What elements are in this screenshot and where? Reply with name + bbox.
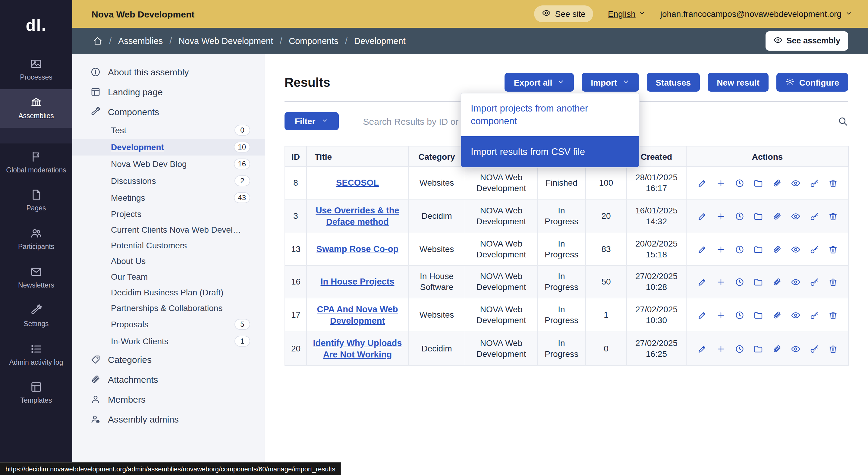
- edit-icon[interactable]: [697, 178, 707, 188]
- sidebar-item-assembly-admins[interactable]: Assembly admins: [72, 409, 265, 429]
- delete-icon[interactable]: [828, 178, 838, 188]
- preview-icon[interactable]: [790, 310, 800, 320]
- delete-icon[interactable]: [828, 245, 838, 254]
- permissions-icon[interactable]: [809, 277, 819, 287]
- nav-participants[interactable]: Participants: [0, 220, 72, 259]
- sidebar-item-nova-web-dev-blog[interactable]: Nova Web Dev Blog16: [72, 156, 265, 172]
- sidebar-item-in-work-clients[interactable]: In-Work Clients1: [72, 333, 265, 350]
- column-header-category[interactable]: Category: [408, 146, 465, 167]
- menu-item-import-projects-from-component[interactable]: Import projects from another component: [461, 93, 639, 136]
- new-result-button[interactable]: New result: [708, 73, 769, 92]
- delete-icon[interactable]: [828, 277, 838, 287]
- user-menu[interactable]: johan.francocampos@novawebdevelopment.or…: [660, 9, 852, 19]
- statuses-button[interactable]: Statuses: [647, 73, 700, 92]
- edit-icon[interactable]: [697, 211, 707, 221]
- add-icon[interactable]: [716, 310, 725, 320]
- sidebar-item-partnerships-collaborations[interactable]: Partnerships & Collaborations: [72, 300, 265, 316]
- sidebar-item-projects[interactable]: Projects: [72, 206, 265, 222]
- sidebar-item-our-team[interactable]: Our Team: [72, 269, 265, 285]
- breadcrumb-item-nova-web-development[interactable]: Nova Web Development: [179, 36, 273, 45]
- time-icon[interactable]: [735, 344, 744, 353]
- time-icon[interactable]: [735, 277, 744, 287]
- import-button[interactable]: Import: [582, 73, 639, 92]
- sidebar-item-about-this-assembly[interactable]: About this assembly: [72, 62, 265, 82]
- sidebar-item-landing-page[interactable]: Landing page: [72, 82, 265, 102]
- edit-icon[interactable]: [697, 245, 707, 254]
- configure-button[interactable]: Configure: [776, 73, 848, 92]
- sidebar-item-discussions[interactable]: Discussions2: [72, 172, 265, 189]
- permissions-icon[interactable]: [809, 344, 819, 353]
- breadcrumb-item-components[interactable]: Components: [289, 36, 338, 45]
- result-title-link[interactable]: CPA And Nova Web Development: [317, 305, 398, 325]
- preview-icon[interactable]: [790, 245, 800, 254]
- column-header-id[interactable]: ID: [285, 146, 307, 167]
- folder-icon[interactable]: [753, 344, 763, 353]
- result-title-link[interactable]: Use Overrides & the Deface method: [315, 205, 399, 226]
- sidebar-item-proposals[interactable]: Proposals5: [72, 316, 265, 333]
- result-title-link[interactable]: SECOSOL: [336, 178, 379, 188]
- add-icon[interactable]: [716, 245, 725, 254]
- time-icon[interactable]: [735, 211, 744, 221]
- add-icon[interactable]: [716, 344, 725, 353]
- attachment-icon[interactable]: [772, 178, 781, 188]
- folder-icon[interactable]: [753, 277, 763, 287]
- preview-icon[interactable]: [790, 178, 800, 188]
- attachment-icon[interactable]: [772, 344, 781, 353]
- result-title-link[interactable]: Swamp Rose Co-op: [316, 245, 398, 254]
- sidebar-item-test[interactable]: Test0: [72, 122, 265, 139]
- see-site-link[interactable]: See site: [534, 5, 593, 22]
- language-selector[interactable]: English: [608, 9, 646, 19]
- breadcrumb-item-assemblies[interactable]: Assemblies: [118, 36, 163, 45]
- home-icon[interactable]: [93, 36, 102, 45]
- sidebar-item-attachments[interactable]: Attachments: [72, 370, 265, 389]
- nav-assemblies[interactable]: Assemblies: [0, 89, 72, 128]
- nav-templates[interactable]: Templates: [0, 374, 72, 413]
- column-header-actions[interactable]: Actions: [686, 146, 848, 167]
- sidebar-item-development[interactable]: Development10: [72, 139, 265, 156]
- attachment-icon[interactable]: [772, 245, 781, 254]
- column-header-title[interactable]: Title: [307, 146, 408, 167]
- nav-settings[interactable]: Settings: [0, 297, 72, 336]
- permissions-icon[interactable]: [809, 211, 819, 221]
- add-icon[interactable]: [716, 178, 725, 188]
- sidebar-item-members[interactable]: Members: [72, 389, 265, 409]
- time-icon[interactable]: [735, 310, 744, 320]
- attachment-icon[interactable]: [772, 277, 781, 287]
- preview-icon[interactable]: [790, 211, 800, 221]
- attachment-icon[interactable]: [772, 211, 781, 221]
- preview-icon[interactable]: [790, 344, 800, 353]
- sidebar-item-components[interactable]: Components: [72, 102, 265, 122]
- edit-icon[interactable]: [697, 310, 707, 320]
- delete-icon[interactable]: [828, 310, 838, 320]
- folder-icon[interactable]: [753, 245, 763, 254]
- nav-global-moderations[interactable]: Global moderations: [0, 143, 72, 182]
- menu-item-import-results-from-csv[interactable]: Import results from CSV file: [461, 136, 639, 167]
- add-icon[interactable]: [716, 277, 725, 287]
- nav-admin-activity-log[interactable]: Admin activity log: [0, 336, 72, 374]
- filter-button[interactable]: Filter: [284, 112, 339, 130]
- add-icon[interactable]: [716, 211, 725, 221]
- delete-icon[interactable]: [828, 344, 838, 353]
- folder-icon[interactable]: [753, 310, 763, 320]
- folder-icon[interactable]: [753, 211, 763, 221]
- preview-icon[interactable]: [790, 277, 800, 287]
- edit-icon[interactable]: [697, 277, 707, 287]
- nav-pages[interactable]: Pages: [0, 182, 72, 220]
- time-icon[interactable]: [735, 245, 744, 254]
- permissions-icon[interactable]: [809, 245, 819, 254]
- attachment-icon[interactable]: [772, 310, 781, 320]
- sidebar-item-meetings[interactable]: Meetings43: [72, 189, 265, 206]
- breadcrumb-item-development[interactable]: Development: [354, 36, 406, 45]
- permissions-icon[interactable]: [809, 310, 819, 320]
- permissions-icon[interactable]: [809, 178, 819, 188]
- see-assembly-button[interactable]: See assembly: [765, 31, 848, 50]
- sidebar-item-potential-customers[interactable]: Potential Customers: [72, 238, 265, 253]
- edit-icon[interactable]: [697, 344, 707, 353]
- delete-icon[interactable]: [828, 211, 838, 221]
- sidebar-item-current-clients-nova-web-development[interactable]: Current Clients Nova Web Development: [72, 222, 265, 238]
- sidebar-item-decidim-business-plan-draft[interactable]: Decidim Business Plan (Draft): [72, 285, 265, 300]
- nav-processes[interactable]: Processes: [0, 51, 72, 89]
- export-all-button[interactable]: Export all: [505, 73, 574, 92]
- sidebar-item-about-us[interactable]: About Us: [72, 253, 265, 269]
- result-title-link[interactable]: Identify Why Uploads Are Not Working: [313, 338, 402, 359]
